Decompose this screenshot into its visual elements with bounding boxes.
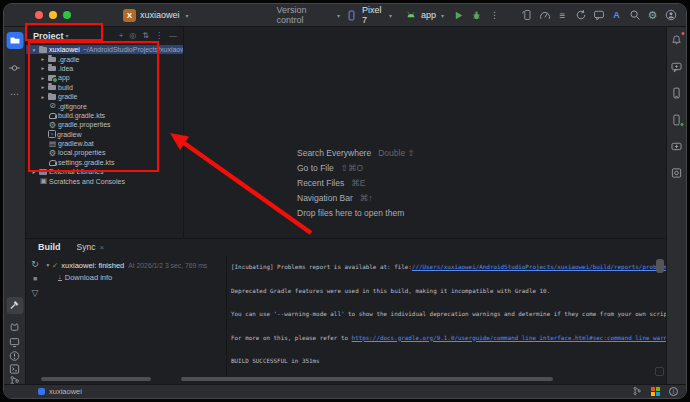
chevron-down-icon[interactable]: ▾: [30, 47, 38, 53]
run-button[interactable]: [451, 8, 466, 23]
project-tool-button[interactable]: [6, 32, 23, 49]
build-panel-title: Build: [38, 242, 61, 252]
project-tree: ▾xuxiaowei~/AndroidStudioProjects/xuxiao…: [26, 45, 183, 186]
tree-item-build-gradle-kts[interactable]: build.gradle.kts: [26, 111, 183, 120]
project-status-icon: [38, 388, 45, 395]
device-mirroring-icon[interactable]: [519, 8, 534, 23]
locate-file-icon[interactable]: ◎: [129, 31, 136, 40]
hide-panel-icon[interactable]: —: [169, 31, 177, 40]
gemini-tool-button[interactable]: [668, 58, 685, 75]
shortcut-label: Drop files here to open them: [297, 208, 404, 218]
chevron-right-icon[interactable]: ▸: [39, 56, 47, 62]
build-console[interactable]: [Incubating] Problems report is availabl…: [226, 255, 666, 376]
task-list-icon[interactable]: ≡: [555, 8, 570, 23]
project-widget[interactable]: X xuxiaowei ▾: [123, 9, 189, 22]
console-vertical-scrollbar[interactable]: [656, 259, 664, 273]
build-tool-button[interactable]: [6, 297, 23, 314]
new-chat-tool-button[interactable]: [668, 138, 685, 155]
chevron-right-icon[interactable]: ▸: [39, 94, 47, 100]
scratch-icon: ▣: [39, 177, 48, 186]
settings-icon[interactable]: ⚙: [645, 8, 660, 23]
translate-icon[interactable]: A: [609, 8, 624, 23]
running-devices-panel-button[interactable]: [668, 111, 685, 128]
commit-tool-button[interactable]: [6, 59, 23, 76]
more-options-icon[interactable]: ⋮: [155, 31, 163, 40]
tree-item-gradlew-bat[interactable]: ▤gradlew.bat: [26, 139, 183, 148]
library-icon: [39, 167, 48, 176]
rerun-icon[interactable]: ↻: [31, 259, 39, 269]
tree-item-xuxiaowei[interactable]: ▾xuxiaowei~/AndroidStudioProjects/xuxiao…: [26, 45, 183, 54]
chevron-right-icon[interactable]: ▸: [30, 169, 38, 175]
zoom-window-button[interactable]: [63, 11, 71, 19]
tree-item-label: local.properties: [58, 149, 105, 156]
tree-horizontal-scrollbar[interactable]: [41, 377, 151, 381]
run-config-name: app: [421, 10, 436, 20]
device-selector[interactable]: Pixel 7 ▾: [340, 3, 396, 27]
add-icon[interactable]: +: [119, 31, 124, 40]
chevron-right-icon[interactable]: ▸: [39, 84, 47, 90]
chevron-right-icon[interactable]: ▸: [39, 65, 47, 71]
tree-item-build[interactable]: ▸build: [26, 83, 183, 92]
console-line: You can use '--warning-mode all' to show…: [227, 302, 666, 325]
feedback-icon[interactable]: [591, 8, 606, 23]
app-inspection-tool-button[interactable]: [668, 164, 685, 181]
tree-item-app[interactable]: ▸app: [26, 73, 183, 82]
download-icon: ↓: [58, 274, 62, 281]
gitignore-icon: ⊘: [48, 102, 57, 111]
stop-icon[interactable]: ■: [33, 275, 37, 282]
more-actions-button[interactable]: ⋮: [487, 8, 502, 23]
build-tool-window: Build Sync × ↻ ■ ▽ ▾ ✓ xuxiaowei: finish…: [26, 238, 666, 384]
chevron-down-icon[interactable]: ▾: [44, 262, 52, 268]
project-panel-header: Project ▾ + ◎ ⇅ ⋮ —: [26, 27, 183, 44]
tree-item-gradlew[interactable]: >gradlew: [26, 130, 183, 139]
shortcut-hint-row: Navigation Bar⌘↑: [297, 190, 415, 205]
close-tab-icon[interactable]: ×: [99, 243, 104, 252]
notification-badge: [680, 31, 685, 36]
sync-project-icon[interactable]: [573, 8, 588, 23]
tree-item-gradle[interactable]: ▸gradle: [26, 92, 183, 101]
tree-item-external-libraries[interactable]: ▸External Libraries: [26, 167, 183, 176]
folder-icon: [48, 55, 57, 64]
tree-item-gitignore[interactable]: ⊘.gitignore: [26, 101, 183, 110]
tab-sync[interactable]: Sync ×: [77, 242, 105, 252]
console-link[interactable]: ///Users/xuxiaowei/AndroidStudioProjects…: [412, 264, 666, 270]
chevron-right-icon[interactable]: ▸: [39, 75, 47, 81]
build-child-row[interactable]: ↓ Download info: [44, 272, 226, 285]
git-branch-icon[interactable]: [632, 386, 642, 398]
editor-empty-area: Search EverywhereDouble ⇧Go to File⇧⌘ORe…: [184, 27, 666, 238]
info-icon[interactable]: i: [669, 387, 678, 396]
profiler-icon[interactable]: [537, 8, 552, 23]
debug-button[interactable]: [469, 8, 484, 23]
filter-icon[interactable]: ▽: [32, 288, 39, 298]
module-icon: [48, 73, 57, 82]
tree-item-gradle[interactable]: ▸.gradle: [26, 54, 183, 63]
status-project-widget[interactable]: xuxiaowei: [38, 387, 82, 396]
folder-icon: [48, 64, 57, 73]
tree-item-local-properties[interactable]: ⚙local.properties: [26, 148, 183, 157]
close-window-button[interactable]: [35, 11, 43, 19]
tree-item-label: .idea: [58, 65, 73, 72]
more-tool-windows-button[interactable]: ⋯: [6, 85, 23, 102]
account-icon[interactable]: [663, 8, 678, 23]
project-avatar-icon: X: [123, 9, 136, 22]
titlebar: X xuxiaowei ▾ Version control ▾ Pixel 7 …: [4, 4, 686, 27]
project-panel-title[interactable]: Project: [33, 31, 64, 41]
build-root-row[interactable]: ▾ ✓ xuxiaowei: finished At 2026/1/2 3 se…: [44, 259, 226, 272]
notifications-tool-button[interactable]: [668, 31, 685, 48]
console-horizontal-scrollbar[interactable]: [181, 377, 553, 381]
device-manager-tool-button[interactable]: [668, 84, 685, 101]
tree-item-scratches-and-consoles[interactable]: ▣Scratches and Consoles: [26, 176, 183, 185]
search-icon[interactable]: [627, 8, 642, 23]
vcs-widget[interactable]: Version control ▾: [277, 5, 340, 25]
shortcut-label: Search Everywhere: [297, 148, 371, 158]
plugin-grid-icon[interactable]: [651, 387, 660, 396]
tree-item-gradle-properties[interactable]: ⚙gradle.properties: [26, 120, 183, 129]
minimize-window-button[interactable]: [49, 11, 57, 19]
console-link[interactable]: https://docs.gradle.org/9.1.0/userguide/…: [352, 335, 666, 341]
tree-item-path: ~/AndroidStudioProjects/xuxiaowei: [83, 46, 183, 53]
tree-item-label: build: [58, 84, 73, 91]
tree-item-settings-gradle-kts[interactable]: settings.gradle.kts: [26, 158, 183, 167]
run-config-selector[interactable]: app ▾: [399, 6, 448, 25]
expand-collapse-icon[interactable]: ⇅: [142, 31, 149, 40]
tree-item-idea[interactable]: ▸.idea: [26, 64, 183, 73]
